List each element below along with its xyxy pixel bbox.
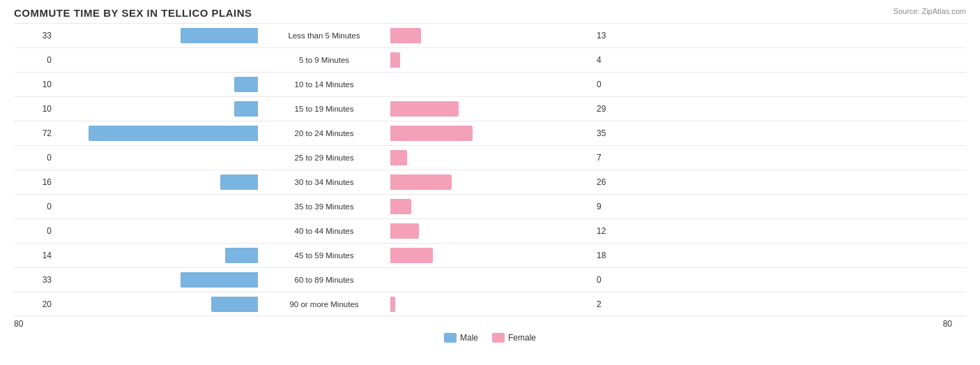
row-label: 20 to 24 Minutes [258,129,390,137]
table-row: 0 25 to 29 Minutes 7 [14,145,966,170]
male-value: 0 [14,55,56,65]
female-bar-container [390,101,592,117]
row-label: 25 to 29 Minutes [258,154,390,162]
row-label: 30 to 34 Minutes [258,178,390,186]
female-value: 9 [592,202,634,211]
female-bar-container [390,52,592,68]
table-row: 10 10 to 14 Minutes 0 [14,72,966,96]
bars-area: 33 Less than 5 Minutes 13 0 5 to 9 Minut… [14,23,966,316]
row-label: 45 to 59 Minutes [258,251,390,260]
legend: Male Female [14,333,966,343]
male-bar-container [56,174,258,190]
female-value: 7 [592,153,634,163]
male-bar-container [56,28,258,43]
male-bar-container [56,248,258,263]
table-row: 14 45 to 59 Minutes 18 [14,243,966,267]
table-row: 16 30 to 34 Minutes 26 [14,170,966,194]
female-value: 13 [592,31,634,40]
male-swatch [444,333,457,343]
male-bar-container [56,223,258,239]
female-bar-container [390,150,592,165]
chart-title: COMMUTE TIME BY SEX IN TELLICO PLAINS [14,7,966,19]
female-bar [390,199,411,214]
row-label: 15 to 19 Minutes [258,105,390,113]
female-value: 4 [592,55,634,65]
axis-right: 80 [258,319,966,329]
male-bar-container [56,77,258,92]
axis-row: 80 80 [14,319,966,329]
female-value: 18 [592,251,634,260]
male-bar-container [56,297,258,312]
row-label: 40 to 44 Minutes [258,227,390,235]
male-bar-container [56,150,258,165]
female-bar-container [390,297,592,312]
male-value: 33 [14,275,56,285]
male-bar [181,28,258,43]
axis-left: 80 [14,319,258,329]
male-bar [234,77,258,92]
table-row: 0 35 to 39 Minutes 9 [14,194,966,218]
table-row: 10 15 to 19 Minutes 29 [14,96,966,121]
female-bar [390,52,400,68]
table-row: 0 5 to 9 Minutes 4 [14,47,966,72]
male-value: 16 [14,177,56,187]
female-bar-container [390,77,592,92]
row-label: 60 to 89 Minutes [258,276,390,284]
male-label: Male [460,333,478,343]
female-bar [390,174,452,190]
source-label: Source: ZipAtlas.com [893,7,966,15]
male-value: 0 [14,202,56,211]
chart-container: COMMUTE TIME BY SEX IN TELLICO PLAINS So… [0,0,980,365]
male-value: 20 [14,299,56,309]
male-bar-container [56,52,258,68]
male-bar-container [56,272,258,288]
male-bar-container [56,199,258,214]
female-value: 0 [592,80,634,89]
table-row: 0 40 to 44 Minutes 12 [14,218,966,243]
female-label: Female [508,333,536,343]
female-value: 35 [592,128,634,138]
female-bar [390,150,407,165]
male-bar-container [56,126,258,141]
female-bar [390,297,395,312]
table-row: 33 Less than 5 Minutes 13 [14,23,966,47]
male-bar [211,297,259,312]
table-row: 20 90 or more Minutes 2 [14,292,966,316]
table-row: 33 60 to 89 Minutes 0 [14,267,966,292]
table-row: 72 20 to 24 Minutes 35 [14,121,966,145]
legend-female: Female [492,333,536,343]
row-label: 35 to 39 Minutes [258,202,390,211]
male-bar [225,248,258,263]
female-bar [390,223,419,239]
row-label: 10 to 14 Minutes [258,80,390,89]
male-bar-container [56,101,258,117]
female-value: 12 [592,226,634,236]
female-bar [390,248,433,263]
male-value: 10 [14,80,56,89]
female-bar-container [390,248,592,263]
male-value: 0 [14,153,56,163]
female-bar-container [390,199,592,214]
female-swatch [492,333,505,343]
female-bar-container [390,126,592,141]
female-bar [390,126,473,141]
male-value: 33 [14,31,56,40]
row-label: 90 or more Minutes [258,300,390,308]
female-value: 0 [592,275,634,285]
female-bar-container [390,174,592,190]
male-value: 10 [14,104,56,114]
female-bar-container [390,28,592,43]
row-label: Less than 5 Minutes [258,31,390,40]
male-bar [89,126,258,141]
female-bar [390,101,459,117]
female-bar-container [390,272,592,288]
male-value: 0 [14,226,56,236]
female-value: 29 [592,104,634,114]
male-bar [181,272,258,288]
male-value: 72 [14,128,56,138]
male-value: 14 [14,251,56,260]
female-value: 2 [592,299,634,309]
female-bar [390,28,421,43]
male-bar [220,174,258,190]
female-bar-container [390,223,592,239]
